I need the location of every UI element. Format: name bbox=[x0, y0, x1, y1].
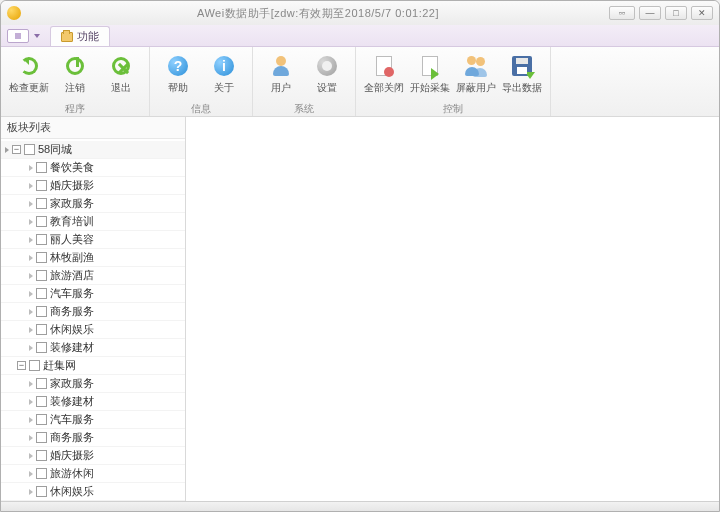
tree-child-row[interactable]: 丽人美容 bbox=[1, 231, 185, 249]
leaf-arrow-icon bbox=[29, 381, 33, 387]
leaf-arrow-icon bbox=[29, 489, 33, 495]
logout-button[interactable]: 注销 bbox=[53, 51, 97, 97]
content-area: 板块列表 −58同城餐饮美食婚庆摄影家政服务教育培训丽人美容林牧副渔旅游酒店汽车… bbox=[1, 117, 719, 501]
checkbox[interactable] bbox=[36, 324, 47, 335]
checkbox[interactable] bbox=[36, 252, 47, 263]
checkbox[interactable] bbox=[36, 432, 47, 443]
category-tree[interactable]: −58同城餐饮美食婚庆摄影家政服务教育培训丽人美容林牧副渔旅游酒店汽车服务商务服… bbox=[1, 139, 185, 501]
help-button[interactable]: ?帮助 bbox=[156, 51, 200, 97]
block-user-button[interactable]: 屏蔽用户 bbox=[454, 51, 498, 97]
close-all-button[interactable]: 全部关闭 bbox=[362, 51, 406, 97]
close-button[interactable]: ✕ bbox=[691, 6, 713, 20]
checkbox[interactable] bbox=[36, 270, 47, 281]
export-data-button[interactable]: 导出数据 bbox=[500, 51, 544, 97]
tab-functions[interactable]: 功能 bbox=[50, 26, 110, 46]
group-label: 系统 bbox=[253, 102, 355, 116]
start-collect-button[interactable]: 开始采集 bbox=[408, 51, 452, 97]
checkbox[interactable] bbox=[29, 360, 40, 371]
checkbox[interactable] bbox=[36, 162, 47, 173]
tree-child-row[interactable]: 家政服务 bbox=[1, 375, 185, 393]
exit-button[interactable]: 退出 bbox=[99, 51, 143, 97]
qat-button[interactable] bbox=[7, 29, 29, 43]
document-play-icon bbox=[422, 56, 438, 76]
close-circle-icon bbox=[112, 57, 130, 75]
tree-label: 装修建材 bbox=[50, 340, 94, 355]
checkbox[interactable] bbox=[36, 378, 47, 389]
tree-label: 餐饮美食 bbox=[50, 160, 94, 175]
tree-child-row[interactable]: 旅游休闲 bbox=[1, 465, 185, 483]
checkbox[interactable] bbox=[36, 234, 47, 245]
checkbox[interactable] bbox=[36, 486, 47, 497]
main-panel bbox=[186, 117, 719, 501]
sidebar-header: 板块列表 bbox=[1, 117, 185, 139]
tree-child-row[interactable]: 商务服务 bbox=[1, 429, 185, 447]
tree-label: 休闲娱乐 bbox=[50, 484, 94, 499]
tree-child-row[interactable]: 休闲娱乐 bbox=[1, 321, 185, 339]
settings-button[interactable]: 设置 bbox=[305, 51, 349, 97]
info-icon: i bbox=[214, 56, 234, 76]
tree-label: 家政服务 bbox=[50, 196, 94, 211]
minimize-button[interactable]: — bbox=[639, 6, 661, 20]
leaf-arrow-icon bbox=[29, 417, 33, 423]
checkbox[interactable] bbox=[36, 180, 47, 191]
leaf-arrow-icon bbox=[29, 183, 33, 189]
leaf-arrow-icon bbox=[29, 201, 33, 207]
tree-child-row[interactable]: 汽车服务 bbox=[1, 411, 185, 429]
tree-child-row[interactable]: 林牧副渔 bbox=[1, 249, 185, 267]
tree-child-row[interactable]: 装修建材 bbox=[1, 339, 185, 357]
about-button[interactable]: i关于 bbox=[202, 51, 246, 97]
folder-icon bbox=[61, 32, 73, 42]
expander-icon[interactable]: − bbox=[17, 361, 26, 370]
tree-parent-row[interactable]: −58同城 bbox=[1, 141, 185, 159]
maximize-button[interactable]: □ bbox=[665, 6, 687, 20]
expander-icon[interactable]: − bbox=[12, 145, 21, 154]
checkbox[interactable] bbox=[36, 414, 47, 425]
tree-child-row[interactable]: 教育培训 bbox=[1, 213, 185, 231]
tree-child-row[interactable]: 旅游酒店 bbox=[1, 267, 185, 285]
tree-child-row[interactable]: 装修建材 bbox=[1, 393, 185, 411]
group-label: 程序 bbox=[1, 102, 149, 116]
leaf-arrow-icon bbox=[29, 219, 33, 225]
sidebar: 板块列表 −58同城餐饮美食婚庆摄影家政服务教育培训丽人美容林牧副渔旅游酒店汽车… bbox=[1, 117, 186, 501]
tree-parent-row[interactable]: −赶集网 bbox=[1, 357, 185, 375]
tree-child-row[interactable]: 婚庆摄影 bbox=[1, 177, 185, 195]
checkbox[interactable] bbox=[36, 288, 47, 299]
checkbox[interactable] bbox=[36, 468, 47, 479]
checkbox[interactable] bbox=[36, 306, 47, 317]
checkbox[interactable] bbox=[36, 450, 47, 461]
tree-child-row[interactable]: 家政服务 bbox=[1, 195, 185, 213]
tree-label: 休闲娱乐 bbox=[50, 322, 94, 337]
checkbox[interactable] bbox=[36, 342, 47, 353]
tree-label: 家政服务 bbox=[50, 376, 94, 391]
checkbox[interactable] bbox=[36, 216, 47, 227]
save-icon bbox=[512, 56, 532, 76]
leaf-arrow-icon bbox=[29, 309, 33, 315]
tree-label: 旅游酒店 bbox=[50, 268, 94, 283]
tree-child-row[interactable]: 商务服务 bbox=[1, 303, 185, 321]
quick-access-toolbar bbox=[7, 25, 40, 46]
ribbon: 检查更新 注销 退出 程序 ?帮助 i关于 信息 用户 设置 系统 全部关闭 开… bbox=[1, 47, 719, 117]
users-icon bbox=[465, 56, 487, 76]
tree-child-row[interactable]: 休闲娱乐 bbox=[1, 483, 185, 501]
checkbox[interactable] bbox=[36, 396, 47, 407]
tree-label: 汽车服务 bbox=[50, 286, 94, 301]
leaf-arrow-icon bbox=[29, 237, 33, 243]
window-controls: ▫▫ — □ ✕ bbox=[609, 6, 713, 20]
checkbox[interactable] bbox=[36, 198, 47, 209]
tree-child-row[interactable]: 婚庆摄影 bbox=[1, 447, 185, 465]
qat-dropdown-icon[interactable] bbox=[34, 34, 40, 38]
check-update-button[interactable]: 检查更新 bbox=[7, 51, 51, 97]
ribbon-group-info: ?帮助 i关于 信息 bbox=[150, 47, 253, 116]
tree-label: 赶集网 bbox=[43, 358, 76, 373]
user-button[interactable]: 用户 bbox=[259, 51, 303, 97]
tree-label: 商务服务 bbox=[50, 430, 94, 445]
tree-label: 教育培训 bbox=[50, 214, 94, 229]
checkbox[interactable] bbox=[24, 144, 35, 155]
tree-child-row[interactable]: 汽车服务 bbox=[1, 285, 185, 303]
restore-down-button[interactable]: ▫▫ bbox=[609, 6, 635, 20]
tree-label: 58同城 bbox=[38, 142, 72, 157]
leaf-arrow-icon bbox=[29, 345, 33, 351]
refresh-icon bbox=[20, 57, 38, 75]
ribbon-group-program: 检查更新 注销 退出 程序 bbox=[1, 47, 150, 116]
tree-child-row[interactable]: 餐饮美食 bbox=[1, 159, 185, 177]
